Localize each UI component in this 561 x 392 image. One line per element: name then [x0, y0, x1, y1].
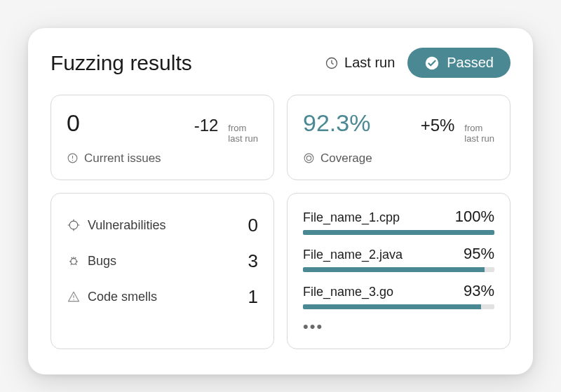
panel-current-issues[interactable]: 0 -12 fromlast run Current issues: [50, 95, 274, 180]
target-icon: [303, 152, 315, 164]
svg-point-5: [306, 156, 311, 161]
page-title: Fuzzing results: [50, 51, 325, 75]
file-coverage-pct: 95%: [464, 245, 494, 263]
file-row[interactable]: File_name_3.go93%: [303, 282, 494, 309]
panel-coverage[interactable]: 92.3% +5% fromlast run Coverage: [287, 95, 511, 180]
file-name: File_name_1.cpp: [303, 210, 400, 225]
code-smells-label: Code smells: [88, 290, 157, 304]
progress-bar-fill: [303, 230, 494, 235]
more-files-button[interactable]: •••: [303, 319, 494, 334]
svg-point-4: [304, 154, 313, 163]
progress-bar-fill: [303, 267, 485, 272]
svg-point-7: [71, 259, 76, 264]
progress-bar-fill: [303, 304, 481, 309]
file-name: File_name_3.go: [303, 285, 393, 299]
issues-value: 0: [67, 109, 80, 137]
panels-grid: 0 -12 fromlast run Current issues 92.3%: [50, 95, 511, 349]
last-run-indicator[interactable]: Last run: [325, 55, 395, 71]
status-label: Passed: [447, 55, 494, 71]
issues-delta: -12: [194, 116, 219, 135]
progress-bar: [303, 304, 494, 309]
fuzzing-results-card: Fuzzing results Last run Passed 0: [28, 28, 533, 374]
coverage-delta-note: fromlast run: [464, 123, 494, 144]
issues-delta-note: fromlast run: [228, 123, 258, 144]
file-coverage-pct: 100%: [455, 208, 494, 226]
file-row[interactable]: File_name_1.cpp100%: [303, 208, 494, 235]
warning-triangle-icon: [67, 290, 81, 304]
last-run-label: Last run: [344, 55, 395, 71]
header: Fuzzing results Last run Passed: [50, 48, 511, 78]
alert-circle-icon: [67, 152, 79, 164]
panel-breakdown[interactable]: Vulnerabilities 0 Bugs 3 Code smel: [50, 193, 274, 349]
progress-bar: [303, 230, 494, 235]
crosshair-icon: [67, 218, 81, 232]
svg-point-6: [69, 222, 78, 230]
progress-bar: [303, 267, 494, 272]
svg-point-8: [73, 299, 74, 300]
bugs-label: Bugs: [88, 254, 116, 269]
bug-icon: [67, 254, 81, 268]
bugs-count: 3: [248, 250, 258, 272]
file-coverage-pct: 93%: [464, 282, 494, 300]
row-vulnerabilities: Vulnerabilities 0: [67, 208, 258, 243]
issues-label: Current issues: [84, 151, 161, 165]
status-badge[interactable]: Passed: [407, 48, 511, 78]
vulnerabilities-label: Vulnerabilities: [88, 218, 165, 233]
clock-icon: [325, 56, 339, 70]
code-smells-count: 1: [248, 286, 258, 308]
row-bugs: Bugs 3: [67, 243, 258, 279]
coverage-label: Coverage: [320, 151, 372, 165]
coverage-delta: +5%: [421, 116, 455, 135]
file-row[interactable]: File_name_2.java95%: [303, 245, 494, 272]
svg-point-3: [72, 160, 73, 161]
file-name: File_name_2.java: [303, 248, 403, 262]
coverage-value: 92.3%: [303, 109, 370, 137]
vulnerabilities-count: 0: [248, 215, 258, 236]
row-code-smells: Code smells 1: [67, 279, 258, 315]
panel-files[interactable]: File_name_1.cpp100%File_name_2.java95%Fi…: [287, 193, 511, 349]
check-circle-icon: [424, 55, 440, 71]
